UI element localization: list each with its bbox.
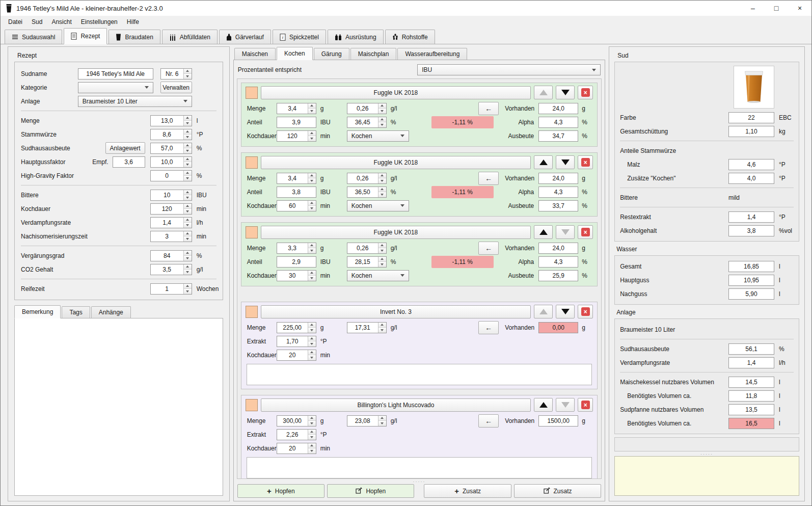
spin-arrows[interactable] bbox=[183, 204, 192, 214]
move-down-button[interactable] bbox=[556, 86, 575, 99]
spin-arrows[interactable] bbox=[378, 416, 386, 426]
spin-down-icon[interactable] bbox=[378, 192, 386, 197]
spin-down-icon[interactable] bbox=[378, 421, 386, 426]
tab-braudaten[interactable]: Braudaten bbox=[109, 30, 160, 44]
edit-hopfen-button[interactable]: Hopfen bbox=[327, 484, 414, 498]
menu-item-datei[interactable]: Datei bbox=[4, 17, 27, 26]
spin-down-icon[interactable] bbox=[184, 223, 192, 228]
move-down-button[interactable] bbox=[556, 305, 575, 318]
spin-down-icon[interactable] bbox=[378, 122, 386, 127]
spin-arrows[interactable] bbox=[378, 117, 386, 127]
spin-down-icon[interactable] bbox=[378, 262, 386, 267]
add-zusatz-button[interactable]: +Zusatz bbox=[424, 484, 511, 498]
spin-down-icon[interactable] bbox=[308, 341, 316, 347]
spin-down-icon[interactable] bbox=[184, 162, 192, 167]
move-up-button[interactable] bbox=[534, 155, 553, 169]
spin-up-icon[interactable] bbox=[184, 264, 192, 270]
tab-gärverlauf[interactable]: Gärverlauf bbox=[219, 30, 271, 44]
spin-arrows[interactable] bbox=[308, 131, 316, 141]
zusatz-name-button[interactable]: Invert No. 3 bbox=[261, 305, 531, 318]
hop-name-button[interactable]: Fuggle UK 2018 bbox=[261, 226, 531, 239]
spin-up-icon[interactable] bbox=[308, 243, 316, 249]
field-spinner[interactable]: 8,6 bbox=[150, 129, 192, 140]
menge-spinner[interactable]: 3,3 bbox=[277, 243, 316, 254]
kochdauer-spinner[interactable]: 20 bbox=[277, 350, 316, 361]
zeitpunkt-combo[interactable]: Kochen bbox=[347, 130, 409, 142]
delete-button[interactable]: × bbox=[578, 155, 593, 169]
color-swatch[interactable] bbox=[246, 156, 258, 169]
field-spinner[interactable]: 10 bbox=[150, 190, 192, 201]
brew-tab-gärung[interactable]: Gärung bbox=[314, 48, 349, 60]
spin-up-icon[interactable] bbox=[184, 204, 192, 209]
spin-arrows[interactable] bbox=[183, 129, 192, 140]
field-spinner[interactable]: 1 bbox=[150, 283, 192, 295]
spin-up-icon[interactable] bbox=[184, 129, 192, 135]
brew-tab-maischen[interactable]: Maischen bbox=[234, 48, 276, 60]
percent-spinner[interactable]: 36,50 bbox=[347, 187, 387, 198]
spin-arrows[interactable] bbox=[308, 443, 316, 454]
menge-spinner[interactable]: 3,4 bbox=[277, 173, 316, 184]
spin-down-icon[interactable] bbox=[184, 176, 192, 181]
menge-spinner[interactable]: 225,00 bbox=[277, 322, 316, 333]
spin-arrows[interactable] bbox=[308, 243, 316, 253]
spin-down-icon[interactable] bbox=[184, 209, 192, 214]
spin-arrows[interactable] bbox=[378, 243, 386, 253]
bemerkung-textarea[interactable] bbox=[14, 318, 223, 496]
spin-down-icon[interactable] bbox=[184, 270, 192, 275]
field-spinner[interactable]: 120 bbox=[150, 203, 192, 215]
spin-up-icon[interactable] bbox=[308, 103, 316, 109]
close-button[interactable]: × bbox=[788, 1, 811, 16]
zusatz-comment-box[interactable] bbox=[247, 364, 592, 385]
edit-zusatz-button[interactable]: Zusatz bbox=[514, 484, 601, 498]
transfer-left-button[interactable]: ← bbox=[478, 414, 499, 428]
percent-combo[interactable]: IBU bbox=[417, 64, 601, 75]
spin-up-icon[interactable] bbox=[308, 430, 316, 435]
spin-arrows[interactable] bbox=[378, 173, 386, 183]
spin-up-icon[interactable] bbox=[308, 131, 316, 137]
spin-arrows[interactable] bbox=[378, 103, 386, 114]
tab-spickzettel[interactable]: iSpickzettel bbox=[273, 30, 326, 44]
per-liter-spinner[interactable]: 0,26 bbox=[347, 103, 387, 114]
zusatz-comment-box[interactable] bbox=[247, 457, 592, 478]
spin-arrows[interactable] bbox=[308, 271, 316, 281]
color-swatch[interactable] bbox=[246, 399, 258, 411]
spin-down-icon[interactable] bbox=[308, 421, 316, 426]
kochdauer-spinner[interactable]: 120 bbox=[277, 130, 316, 142]
menu-item-einstellungen[interactable]: Einstellungen bbox=[76, 17, 122, 26]
spin-down-icon[interactable] bbox=[308, 206, 316, 211]
spin-up-icon[interactable] bbox=[184, 157, 192, 163]
spin-down-icon[interactable] bbox=[308, 448, 316, 454]
hop-name-button[interactable]: Fuggle UK 2018 bbox=[261, 156, 531, 169]
spin-down-icon[interactable] bbox=[184, 148, 192, 153]
delete-button[interactable]: × bbox=[578, 86, 593, 99]
transfer-left-button[interactable]: ← bbox=[478, 102, 499, 115]
field-spinner[interactable]: 13,0 bbox=[150, 115, 192, 126]
per-liter-spinner[interactable]: 0,26 bbox=[347, 243, 387, 254]
spin-up-icon[interactable] bbox=[378, 187, 386, 193]
field-spinner[interactable]: 10,0 bbox=[150, 156, 192, 168]
spin-down-icon[interactable] bbox=[308, 328, 316, 333]
tab-rohstoffe[interactable]: Rohstoffe bbox=[385, 30, 435, 44]
verwalten-button[interactable]: Verwalten bbox=[160, 82, 192, 93]
tab-rezept[interactable]: Rezept bbox=[64, 28, 107, 44]
spin-down-icon[interactable] bbox=[308, 109, 316, 114]
spin-down-icon[interactable] bbox=[308, 178, 316, 183]
spin-down-icon[interactable] bbox=[184, 195, 192, 200]
anlagewert-button[interactable]: Anlagewert bbox=[105, 142, 145, 154]
kochdauer-spinner[interactable]: 60 bbox=[277, 200, 316, 211]
delete-button[interactable]: × bbox=[578, 225, 593, 239]
spin-up-icon[interactable] bbox=[378, 257, 386, 262]
spin-arrows[interactable] bbox=[183, 251, 192, 261]
spin-down-icon[interactable] bbox=[308, 248, 316, 253]
hop-name-button[interactable]: Fuggle UK 2018 bbox=[261, 86, 531, 99]
spin-up-icon[interactable] bbox=[308, 416, 316, 421]
spin-up-icon[interactable] bbox=[184, 69, 192, 74]
spin-up-icon[interactable] bbox=[378, 243, 386, 249]
spin-arrows[interactable] bbox=[183, 218, 192, 228]
spin-down-icon[interactable] bbox=[378, 248, 386, 253]
transfer-left-button[interactable]: ← bbox=[478, 172, 499, 185]
spin-up-icon[interactable] bbox=[378, 173, 386, 179]
per-liter-spinner[interactable]: 17,31 bbox=[347, 322, 387, 333]
note-tab-anhänge[interactable]: Anhänge bbox=[91, 306, 131, 318]
spin-arrows[interactable] bbox=[183, 171, 192, 181]
